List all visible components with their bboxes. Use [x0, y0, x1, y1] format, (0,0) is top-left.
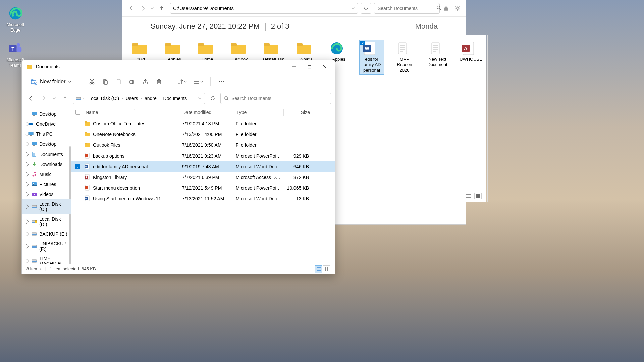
- bg-refresh-button[interactable]: [361, 3, 371, 14]
- toolbar-separator: [210, 77, 211, 86]
- navigation-pane[interactable]: DesktopOneDriveThis PCDesktopDocumentsDo…: [22, 106, 71, 264]
- drive-icon: [31, 258, 37, 264]
- file-type: Microsoft Access Dat...: [236, 175, 283, 180]
- bg-view-list-button[interactable]: [465, 193, 472, 199]
- bg-search-input[interactable]: [378, 6, 436, 11]
- svg-rect-24: [431, 43, 439, 54]
- nav-item-documents[interactable]: Documents: [22, 149, 71, 159]
- bg-home-button[interactable]: [441, 3, 451, 13]
- nav-item-local-disk-c-[interactable]: Local Disk (C:): [22, 199, 71, 214]
- cut-button[interactable]: [86, 76, 98, 88]
- sort-button[interactable]: [175, 76, 190, 88]
- maximize-button[interactable]: [302, 61, 317, 72]
- bg-back-button[interactable]: [126, 3, 137, 14]
- crumb-documents[interactable]: Documents: [162, 95, 189, 102]
- crumb-local-disk[interactable]: Local Disk (C:): [87, 95, 120, 102]
- bg-address-dropdown[interactable]: [352, 5, 355, 11]
- svg-rect-9: [165, 45, 180, 54]
- nav-item-desktop[interactable]: Desktop: [22, 139, 71, 149]
- refresh-button[interactable]: [208, 93, 218, 103]
- crumb-andre[interactable]: andre: [143, 95, 158, 102]
- search-field[interactable]: [220, 93, 331, 104]
- column-date[interactable]: Date modified: [182, 110, 236, 115]
- nav-item-desktop[interactable]: Desktop: [22, 109, 71, 119]
- file-type: Microsoft PowerPoint...: [236, 185, 283, 191]
- file-type: File folder: [236, 142, 283, 148]
- search-icon[interactable]: [436, 5, 441, 11]
- file-row[interactable]: OneNote Notebooks7/13/2021 4:00 PMFile f…: [71, 129, 335, 140]
- share-button[interactable]: [140, 76, 152, 88]
- file-name: Start menu description: [93, 185, 182, 191]
- nav-item-downloads[interactable]: Downloads: [22, 159, 71, 169]
- nav-item-videos[interactable]: Videos: [22, 189, 71, 199]
- bg-forward-button[interactable]: [137, 3, 149, 14]
- svg-point-61: [33, 183, 34, 184]
- bg-address-bar[interactable]: [170, 3, 358, 14]
- select-all-checkbox[interactable]: [71, 110, 84, 115]
- svg-rect-73: [32, 261, 37, 262]
- bg-thumb-item[interactable]: AUWHOUSE: [458, 40, 482, 74]
- bg-next-strip[interactable]: [487, 35, 488, 202]
- window-title: Documents: [36, 64, 286, 69]
- svg-rect-64: [32, 207, 37, 208]
- breadcrumb-dropdown[interactable]: [197, 94, 203, 103]
- delete-button[interactable]: [153, 76, 165, 88]
- view-thumbnails-button[interactable]: [323, 265, 330, 273]
- bg-recent-button[interactable]: [149, 3, 156, 14]
- column-size[interactable]: Size: [284, 110, 314, 115]
- column-name[interactable]: Name˄: [84, 110, 182, 115]
- nav-item-onedrive[interactable]: OneDrive: [22, 119, 71, 129]
- bg-thumb-item[interactable]: MVP Reason 2020: [392, 40, 417, 74]
- search-input[interactable]: [231, 96, 327, 101]
- command-bar: New folder: [22, 73, 335, 90]
- view-details-button[interactable]: [315, 265, 322, 273]
- copy-button[interactable]: [99, 76, 111, 88]
- chevron-down-icon: [68, 80, 71, 83]
- paste-button[interactable]: [113, 76, 125, 88]
- new-folder-button[interactable]: New folder: [26, 76, 76, 87]
- desktop-icon-edge[interactable]: Microsoft Edge: [3, 6, 28, 33]
- file-row[interactable]: AKingston Library7/7/2021 6:39 PMMicroso…: [71, 172, 335, 183]
- back-button[interactable]: [26, 93, 36, 103]
- status-selected: 1 item selected: [50, 266, 79, 272]
- column-type[interactable]: Type: [236, 110, 283, 115]
- nav-item-local-disk-d-[interactable]: Local Disk (D:): [22, 214, 71, 229]
- bg-thumb-item[interactable]: ✓Wedit for family AD personal: [360, 40, 384, 74]
- breadcrumb-bar[interactable]: ‹‹ Local Disk (C:) › Users › andre › Doc…: [73, 93, 205, 104]
- file-row[interactable]: ✓Wedit for family AD personal9/1/2019 7:…: [71, 161, 335, 172]
- rename-button[interactable]: [126, 76, 138, 88]
- nav-item-this-pc[interactable]: This PC: [22, 129, 71, 139]
- file-row[interactable]: Custom Office Templates7/1/2021 4:18 PMF…: [71, 118, 335, 129]
- view-button[interactable]: [191, 76, 206, 88]
- close-button[interactable]: [317, 61, 332, 72]
- file-row[interactable]: PStart menu description7/12/2021 5:49 PM…: [71, 183, 335, 193]
- nav-item-pictures[interactable]: Pictures: [22, 179, 71, 189]
- nav-item-time-machine[interactable]: TIME MACHINE: [22, 254, 71, 264]
- file-row[interactable]: Pbackup options7/16/2021 9:23 AMMicrosof…: [71, 150, 335, 161]
- svg-rect-16: [264, 43, 270, 46]
- svg-text:A: A: [85, 176, 87, 178]
- svg-rect-14: [231, 43, 237, 46]
- minimize-button[interactable]: [286, 61, 302, 72]
- desktop-icon: [31, 111, 37, 117]
- bg-view-grid-button[interactable]: [474, 193, 482, 199]
- forward-button[interactable]: [39, 93, 49, 103]
- bg-address-input[interactable]: [173, 5, 355, 11]
- bg-up-button[interactable]: [156, 3, 167, 14]
- nav-item-backup-e-[interactable]: BACKUP (E:): [22, 229, 71, 239]
- file-type: Microsoft Word Doc...: [236, 164, 283, 169]
- recent-button[interactable]: [51, 93, 57, 103]
- file-row[interactable]: Outlook Files7/16/2021 9:50 AMFile folde…: [71, 140, 335, 150]
- bg-search-field[interactable]: [374, 3, 440, 14]
- more-button[interactable]: [215, 76, 227, 88]
- crumb-users[interactable]: Users: [124, 95, 140, 102]
- up-button[interactable]: [60, 93, 70, 103]
- file-row[interactable]: WUsing Start menu in Windows 117/13/2021…: [71, 193, 335, 204]
- nav-item-unibackup-f-[interactable]: UNIBACKUP (F:): [22, 239, 71, 254]
- nav-item-music[interactable]: Music: [22, 169, 71, 179]
- search-icon: [224, 96, 229, 101]
- title-bar[interactable]: Documents: [22, 60, 335, 73]
- row-checkbox[interactable]: ✓: [71, 164, 84, 169]
- bg-thumb-item[interactable]: New Text Document: [425, 40, 449, 74]
- bg-settings-button[interactable]: [452, 3, 463, 13]
